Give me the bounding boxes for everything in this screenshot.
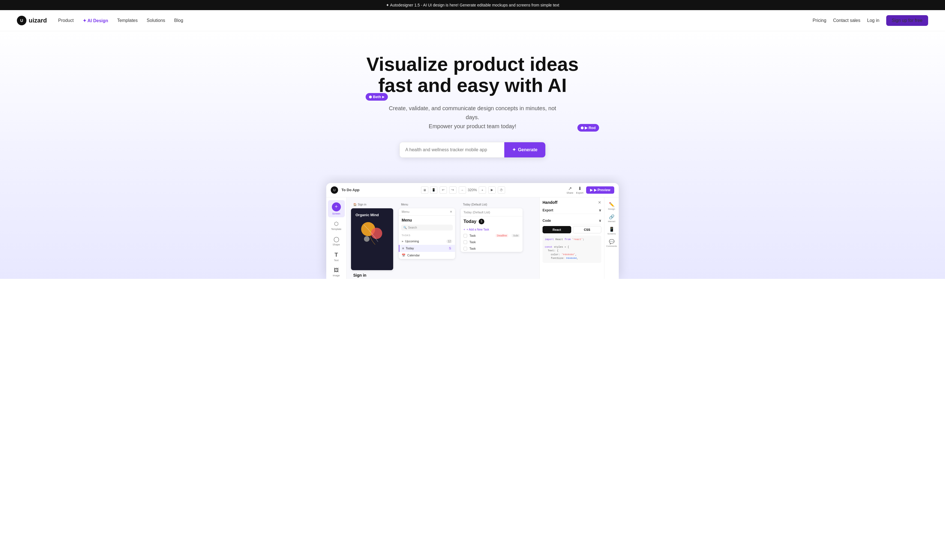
nav-product[interactable]: Product (58, 18, 74, 23)
code-chevron-icon: ∨ (599, 219, 601, 223)
organic-circles-decoration (356, 219, 389, 253)
generate-input[interactable] (400, 142, 504, 157)
export-section-title[interactable]: Export ∨ (543, 207, 601, 214)
generate-label: Generate (518, 147, 538, 152)
search-icon: 🔍 (403, 226, 407, 229)
design-icon: ✏️ (609, 202, 615, 207)
avatar-badge-beth: Beth ▶ (365, 93, 388, 101)
sidebar-template-label: Template (331, 228, 341, 231)
mobile-view-button[interactable]: 📱 (430, 186, 437, 194)
code-section-title[interactable]: Code ∨ (543, 217, 601, 224)
icon-bar-comments[interactable]: 💬 Comments (605, 237, 618, 249)
screen2-container: Menu Menu ✕ Menu 🔍 Search TASKS (399, 202, 455, 274)
css-tab[interactable]: CSS (573, 226, 601, 233)
today-item-left: ≡ Today (402, 246, 414, 250)
task-text-0: Task (469, 234, 476, 237)
code-react-string: 'react' (572, 238, 583, 241)
interact-label: Interact (608, 220, 615, 223)
export-icon: ⬇ (578, 186, 582, 191)
screen1-container: 🏠 Sign in Organic Mind (351, 202, 393, 274)
react-tab[interactable]: React (543, 226, 571, 233)
calendar-label: Calendar (407, 254, 420, 257)
sidebar-item-shape[interactable]: ◯ Shape (328, 234, 345, 248)
hero-title-line1: Visualize product ideas (367, 54, 579, 75)
menu-search[interactable]: 🔍 Search (401, 225, 453, 231)
menu-close-icon: ✕ (450, 210, 452, 214)
logo-link[interactable]: U uizard (17, 16, 47, 25)
panel-close-icon[interactable]: ✕ (598, 200, 601, 205)
sidebar-item-template[interactable]: ⬡ Template (328, 218, 345, 233)
today-title-text: Today (464, 219, 476, 224)
sidebar-item-text[interactable]: T Text (328, 249, 345, 264)
menu-calendar-item[interactable]: 📅 Calendar (399, 252, 455, 259)
export-action[interactable]: ⬇ Export (576, 186, 583, 194)
nav-pricing[interactable]: Pricing (812, 18, 826, 23)
zoom-in-button[interactable]: + (479, 186, 486, 194)
nav-right: Pricing Contact sales Log in Sign up for… (812, 15, 928, 26)
signup-button[interactable]: Sign up for free (886, 15, 928, 26)
zoom-out-button[interactable]: − (459, 186, 466, 194)
icon-bar-screens[interactable]: 📱 Screens (605, 225, 618, 237)
undo-button[interactable]: ↩ (439, 186, 447, 194)
toolbar-view-icons: 🖥 📱 (421, 186, 437, 194)
desktop-view-button[interactable]: 🖥 (421, 186, 429, 194)
nav-contact-sales[interactable]: Contact sales (833, 18, 860, 23)
menu-today-item[interactable]: ≡ Today 5 (399, 245, 455, 252)
share-action[interactable]: ↗ Share (566, 186, 573, 194)
left-sidebar: + Screen ⬡ Template ◯ Shape T Text 🖼 (326, 197, 347, 279)
announcement-text: ✦ Autodesigner 1.5 - AI UI design is her… (386, 3, 560, 7)
task-checkbox-1[interactable] (464, 240, 467, 244)
calendar-icon: 📅 (402, 254, 405, 257)
text-icon: T (335, 252, 338, 258)
code-section: Code ∨ React CSS import React from 'reac… (543, 217, 601, 263)
screens-icon: 📱 (609, 226, 615, 232)
today-count: 5 (448, 246, 452, 250)
today-task-count: 5 (479, 219, 484, 224)
nav-ai-design[interactable]: ✦ AI Design (83, 18, 108, 23)
comments-icon: 💬 (609, 239, 615, 244)
screen1-card[interactable]: Organic Mind (351, 208, 393, 270)
navigation: U uizard Product ✦ AI Design Templates S… (0, 10, 945, 31)
main-canvas: 🏠 Sign in Organic Mind (347, 197, 540, 279)
shape-icon: ◯ (333, 236, 339, 242)
right-panel: Handoff ✕ Export ∨ Code ∨ React (540, 197, 604, 279)
play-button[interactable]: ▶ (488, 186, 496, 194)
redo-button[interactable]: ↪ (449, 186, 456, 194)
timer-button[interactable]: ⏱ (498, 186, 505, 194)
preview-window: U To Do App 🖥 📱 ↩ ↪ − 320% + ▶ ⏱ (326, 183, 619, 279)
sidebar-item-screen[interactable]: + Screen (328, 200, 345, 217)
export-chevron-icon: ∨ (599, 208, 601, 212)
nav-templates[interactable]: Templates (117, 18, 138, 23)
today-list-icon: ≡ (402, 246, 404, 250)
search-placeholder: Search (408, 226, 417, 229)
generate-button[interactable]: ✦ Generate (504, 142, 545, 157)
screen-add-icon: + (332, 202, 341, 211)
template-icon: ⬡ (334, 221, 339, 227)
toolbar-center: 🖥 📱 ↩ ↪ − 320% + ▶ ⏱ (421, 186, 505, 194)
screen2-card[interactable]: Menu ✕ Menu 🔍 Search TASKS » Upcom (399, 208, 455, 259)
share-icon: ↗ (568, 186, 572, 191)
image-icon: 🖼 (334, 267, 339, 273)
preview-button[interactable]: ▶ ▶ Preview (586, 186, 614, 194)
avatar-badge-rod: ▶ Rod (577, 124, 599, 132)
icon-bar-interact[interactable]: 🔗 Interact (605, 212, 618, 224)
nav-solutions[interactable]: Solutions (147, 18, 165, 23)
add-task-button[interactable]: + + Add a New Task (461, 226, 523, 232)
zoom-level: 320% (468, 188, 477, 192)
interact-icon: 🔗 (609, 214, 615, 220)
task-text-1: Task (469, 240, 476, 244)
menu-screen-header: Menu ✕ (399, 208, 455, 215)
task-checkbox-2[interactable] (464, 247, 467, 251)
sidebar-item-image[interactable]: 🖼 Image (328, 265, 345, 279)
nav-blog[interactable]: Blog (174, 18, 183, 23)
icon-bar-design[interactable]: ✏️ Design (605, 200, 618, 212)
nav-login[interactable]: Log in (867, 18, 879, 23)
screen3-label-text: Today (Default List) (463, 203, 487, 206)
screen3-card[interactable]: Today (Default List) Today 5 + + Add a N… (461, 208, 523, 252)
screens-label: Screens (607, 232, 616, 235)
task-checkbox-0[interactable] (464, 234, 467, 238)
menu-upcoming-item[interactable]: » Upcoming 12 (399, 238, 455, 245)
hero-title: Visualize product ideas fast and easy wi… (357, 54, 588, 96)
upcoming-chevron-icon: » (402, 240, 403, 243)
today-header: Today (Default List) (461, 208, 523, 217)
